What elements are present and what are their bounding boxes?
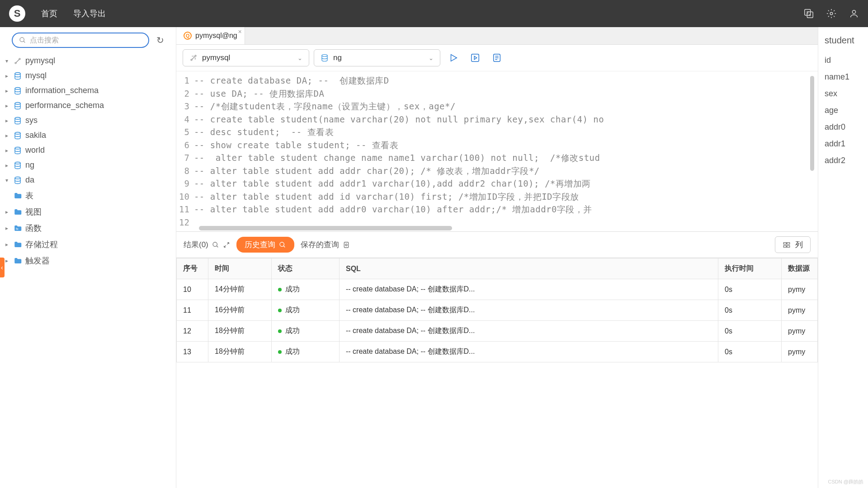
nav-home[interactable]: 首页 xyxy=(41,8,57,19)
tree-db-performance_schema[interactable]: ▸performance_schema xyxy=(4,98,172,113)
tree-db-da[interactable]: ▾da xyxy=(4,173,172,188)
run-button[interactable] xyxy=(445,51,462,65)
th-seq[interactable]: 序号 xyxy=(177,258,208,279)
svg-point-6 xyxy=(20,38,24,42)
tree-db-world[interactable]: ▸world xyxy=(4,143,172,158)
connection-icon xyxy=(189,54,198,62)
editor-hscrollbar[interactable] xyxy=(199,226,452,230)
settings-icon[interactable] xyxy=(826,9,836,19)
svg-point-9 xyxy=(19,58,20,60)
database-label: ng xyxy=(333,53,342,62)
tree-db-mysql[interactable]: ▸mysql xyxy=(4,68,172,83)
table-row[interactable]: 1116分钟前成功-- create database DA; -- 创建数据库… xyxy=(177,300,818,321)
column-sex[interactable]: sex xyxy=(825,85,862,102)
table-row[interactable]: 1218分钟前成功-- create database DA; -- 创建数据库… xyxy=(177,321,818,342)
svg-point-31 xyxy=(280,242,284,246)
tree-db-ng[interactable]: ▸ng xyxy=(4,158,172,173)
th-src[interactable]: 数据源 xyxy=(782,258,818,279)
svg-point-14 xyxy=(15,132,20,134)
nav-import-export[interactable]: 导入导出 xyxy=(73,8,106,19)
svg-point-11 xyxy=(15,87,20,89)
svg-rect-23 xyxy=(472,54,479,62)
connection-label: pymysql xyxy=(202,53,230,62)
th-status[interactable]: 状态 xyxy=(272,258,340,279)
tab-active[interactable]: Q pymysql@ng × xyxy=(176,27,245,44)
database-icon xyxy=(321,54,329,62)
translate-icon[interactable]: 文A xyxy=(804,9,814,19)
app-logo[interactable]: S xyxy=(9,5,25,22)
explain-button[interactable] xyxy=(488,51,505,65)
run-selection-button[interactable] xyxy=(467,51,484,65)
tab-label: pymysql@ng xyxy=(195,32,237,40)
svg-point-16 xyxy=(15,162,20,164)
svg-rect-35 xyxy=(783,242,786,244)
main-panel: Q pymysql@ng × pymysql ⌄ ng ⌄ 1234567891… xyxy=(176,27,818,488)
chevron-down-icon: ⌄ xyxy=(297,55,302,61)
right-panel: student idname1sexageaddr0addr1addr2 xyxy=(818,27,868,488)
history-label: 历史查询 xyxy=(245,239,275,250)
collapse-sidebar-button[interactable]: ‹ xyxy=(0,258,5,277)
user-icon[interactable] xyxy=(849,9,859,19)
connection-select[interactable]: pymysql ⌄ xyxy=(183,49,309,66)
th-dur[interactable]: 执行时间 xyxy=(718,258,782,279)
svg-point-29 xyxy=(213,242,217,246)
right-panel-title[interactable]: student xyxy=(825,35,862,46)
search-icon xyxy=(19,37,26,44)
query-icon: Q xyxy=(184,32,192,40)
svg-line-7 xyxy=(24,41,25,42)
column-addr1[interactable]: addr1 xyxy=(825,136,862,152)
bookmark-icon xyxy=(343,241,350,249)
columns-icon xyxy=(783,241,791,249)
column-addr0[interactable]: addr0 xyxy=(825,119,862,136)
columns-button[interactable]: 列 xyxy=(775,236,811,253)
svg-point-8 xyxy=(15,62,16,64)
columns-label: 列 xyxy=(795,239,803,250)
svg-point-20 xyxy=(195,55,196,56)
table-row[interactable]: 1318分钟前成功-- create database DA; -- 创建数据库… xyxy=(177,342,818,362)
table-row[interactable]: 1014分钟前成功-- create database DA; -- 创建数据库… xyxy=(177,279,818,300)
tree-db-information_schema[interactable]: ▸information_schema xyxy=(4,83,172,98)
th-time[interactable]: 时间 xyxy=(208,258,272,279)
svg-rect-36 xyxy=(787,242,790,244)
history-tab[interactable]: 历史查询 xyxy=(236,237,294,253)
column-id[interactable]: id xyxy=(825,52,862,69)
tree-procedures[interactable]: ▸存储过程 xyxy=(4,236,172,253)
results-label: 结果(0) xyxy=(184,239,208,250)
saved-label: 保存的查询 xyxy=(301,239,339,250)
svg-rect-38 xyxy=(787,245,790,247)
column-name1[interactable]: name1 xyxy=(825,69,862,85)
svg-marker-22 xyxy=(451,55,457,61)
search-input-wrap[interactable] xyxy=(12,33,149,48)
tree-connection[interactable]: ▾pymysql xyxy=(4,53,172,68)
tree-db-sys[interactable]: ▸sys xyxy=(4,113,172,128)
search-input[interactable] xyxy=(30,36,142,44)
column-addr2[interactable]: addr2 xyxy=(825,152,862,169)
tree-triggers[interactable]: ▸触发器 xyxy=(4,253,172,269)
tab-close-icon[interactable]: × xyxy=(238,28,242,35)
sidebar: ‹ ↻ ▾pymysql▸mysql▸information_schema▸pe… xyxy=(0,27,176,488)
refresh-icon[interactable]: ↻ xyxy=(156,35,164,46)
svg-point-12 xyxy=(15,102,20,104)
tree-db-sakila[interactable]: ▸sakila xyxy=(4,128,172,143)
expand-icon[interactable] xyxy=(223,241,230,249)
database-select[interactable]: ng ⌄ xyxy=(314,49,440,66)
results-tab[interactable]: 结果(0) xyxy=(184,239,230,250)
tree-views[interactable]: ▸视图 xyxy=(4,204,172,220)
svg-point-5 xyxy=(852,10,855,14)
svg-rect-37 xyxy=(783,245,786,247)
editor-vscrollbar[interactable] xyxy=(810,76,814,171)
column-age[interactable]: age xyxy=(825,102,862,119)
watermark: CSDN @薛皓皓 xyxy=(828,479,863,485)
saved-tab[interactable]: 保存的查询 xyxy=(301,239,350,250)
svg-point-13 xyxy=(15,117,20,119)
sql-editor[interactable]: 123456789101112 -- create database DA; -… xyxy=(176,71,818,231)
search-icon xyxy=(212,241,219,249)
chevron-down-icon: ⌄ xyxy=(429,55,434,61)
th-sql[interactable]: SQL xyxy=(340,258,718,279)
svg-point-15 xyxy=(15,147,20,149)
tree-functions[interactable]: ▸fx函数 xyxy=(4,220,172,236)
svg-point-10 xyxy=(15,72,20,75)
tree-tables[interactable]: 表 xyxy=(4,188,172,204)
history-table: 序号时间状态SQL执行时间数据源 1014分钟前成功-- create data… xyxy=(176,258,818,488)
tabbar: Q pymysql@ng × xyxy=(176,27,818,45)
